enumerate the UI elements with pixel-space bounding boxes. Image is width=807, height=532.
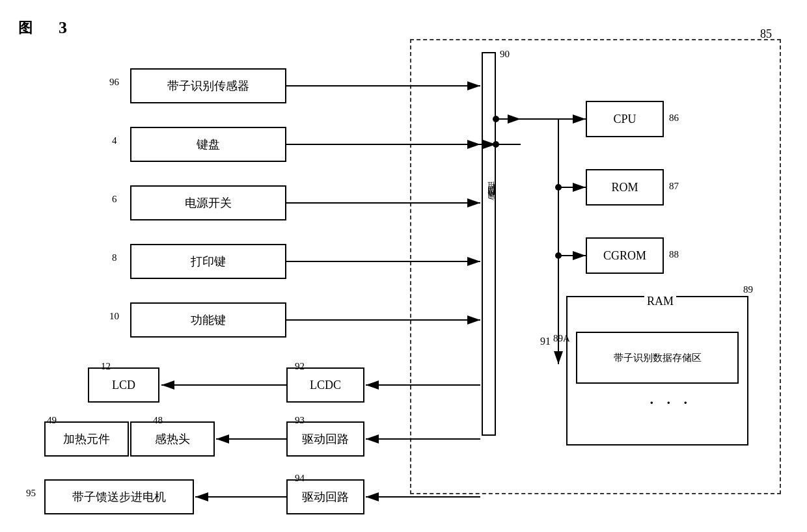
page: 图 3 85 回路扫描/粗 90 带子识别传感器 96 键盘 4 电源开关 6 … <box>0 0 807 532</box>
bus-label: 回路扫描/粗 <box>486 195 497 206</box>
box-10: 功能键 <box>130 302 286 338</box>
label-12: 12 <box>101 361 111 372</box>
fig-label: 图 <box>18 18 33 38</box>
box-cpu: CPU <box>586 101 664 137</box>
label-87: 87 <box>669 181 679 192</box>
bus-bar <box>482 52 496 436</box>
box-cgrom: CGROM <box>586 237 664 274</box>
label-89a: 89A <box>553 333 570 344</box>
label-10: 10 <box>109 311 119 322</box>
box-92: LCDC <box>286 367 364 403</box>
ram-title: RAM <box>644 295 676 308</box>
box-96: 带子识别传感器 <box>130 68 286 103</box>
label-6: 6 <box>112 194 117 205</box>
box-4: 键盘 <box>130 127 286 162</box>
ram-dots: ・・・ <box>644 393 695 413</box>
label-88: 88 <box>669 249 679 260</box>
label-48: 48 <box>153 415 163 426</box>
label-8: 8 <box>112 252 117 263</box>
box-8: 打印键 <box>130 244 286 279</box>
box-49: 加热元件 <box>44 421 129 457</box>
outer-box-label: 85 <box>760 27 772 41</box>
label-4: 4 <box>112 135 117 146</box>
box-6: 电源开关 <box>130 185 286 220</box>
label-86: 86 <box>669 113 679 124</box>
label-49: 49 <box>47 415 57 426</box>
box-95: 带子馈送步进电机 <box>44 479 194 514</box>
fig-number: 3 <box>59 18 67 38</box>
label-96: 96 <box>109 77 119 88</box>
label-92: 92 <box>295 361 305 372</box>
box-48: 感热头 <box>130 421 215 457</box>
box-93: 驱动回路 <box>286 421 364 457</box>
label-94: 94 <box>295 473 305 484</box>
label-89: 89 <box>743 284 753 295</box>
box-ram-inner: 带子识别数据存储区 <box>576 332 739 384</box>
label-93: 93 <box>295 415 305 426</box>
bus-90-label: 90 <box>500 49 510 60</box>
box-12: LCD <box>88 367 159 403</box>
box-rom: ROM <box>586 169 664 206</box>
box-94: 驱动回路 <box>286 479 364 514</box>
label-95: 95 <box>26 488 36 499</box>
